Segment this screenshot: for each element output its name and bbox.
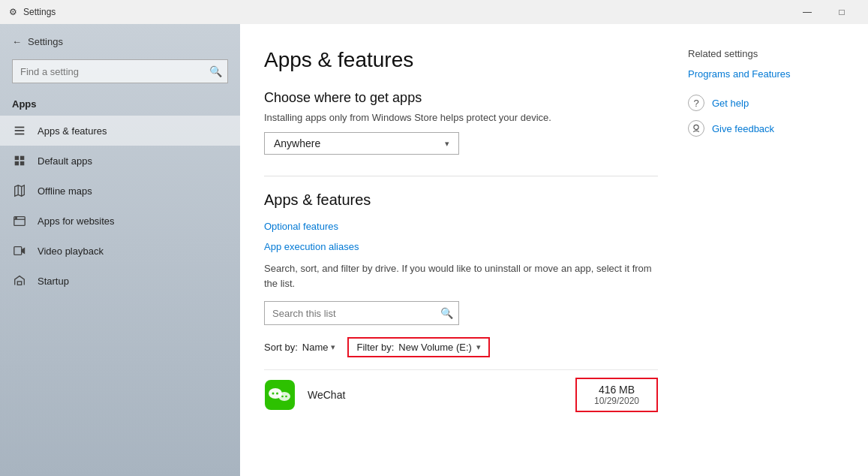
minimize-button[interactable]: — <box>790 0 824 24</box>
titlebar: ⚙ Settings — □ <box>0 0 868 24</box>
sidebar-item-label: Startup <box>38 276 69 287</box>
filter-chevron-icon: ▾ <box>476 342 481 352</box>
svg-point-19 <box>276 393 278 395</box>
startup-icon <box>12 273 27 288</box>
grid-icon <box>12 153 27 168</box>
app-date: 10/29/2020 <box>586 396 647 406</box>
svg-point-18 <box>272 393 275 395</box>
give-feedback-link[interactable]: Give feedback <box>712 123 774 134</box>
app-execution-aliases-link[interactable]: App execution aliases <box>264 241 658 252</box>
back-arrow-icon: ← <box>12 36 22 47</box>
svg-point-21 <box>281 396 284 398</box>
svg-rect-5 <box>15 161 19 165</box>
svg-rect-6 <box>20 161 24 165</box>
list-icon <box>12 123 27 138</box>
back-label: Settings <box>28 36 63 47</box>
sidebar-item-label: Apps for websites <box>38 215 115 227</box>
titlebar-icon: ⚙ <box>9 7 17 17</box>
sidebar-search-icon: 🔍 <box>209 65 222 77</box>
sidebar-item-label: Apps & features <box>38 125 107 137</box>
app-icon-wechat <box>264 379 296 411</box>
choose-heading: Choose where to get apps <box>264 90 658 106</box>
sidebar: ← Settings 🔍 Apps Apps & features Defaul… <box>0 24 240 476</box>
sort-by: Sort by: Name ▾ <box>264 342 335 353</box>
content-main: Apps & features Choose where to get apps… <box>264 48 658 452</box>
related-settings: Related settings Programs and Features ?… <box>688 48 838 452</box>
choose-description: Installing apps only from Windows Store … <box>264 112 658 123</box>
sidebar-item-apps-websites[interactable]: Apps for websites <box>0 206 240 236</box>
app-list-item[interactable]: WeChat 416 MB 10/29/2020 <box>264 369 658 420</box>
sort-label: Sort by: <box>264 342 298 353</box>
filter-description: Search, sort, and filter by drive. If yo… <box>264 261 658 291</box>
titlebar-controls: — □ <box>790 0 859 24</box>
filter-value: New Volume (E:) <box>398 342 472 353</box>
svg-rect-2 <box>15 134 25 135</box>
search-list-icon: 🔍 <box>440 307 453 319</box>
svg-point-20 <box>278 392 290 401</box>
app-size: 416 MB <box>586 384 647 396</box>
titlebar-left: ⚙ Settings <box>9 7 56 17</box>
sidebar-item-startup[interactable]: Startup <box>0 266 240 296</box>
svg-marker-7 <box>15 185 25 196</box>
apps-features-heading: Apps & features <box>264 191 658 209</box>
app-meta: 416 MB 10/29/2020 <box>575 378 658 412</box>
anywhere-value: Anywhere <box>274 137 320 149</box>
chevron-down-icon: ▾ <box>445 139 449 149</box>
filter-label: Filter by: <box>356 342 394 353</box>
map-icon <box>12 183 27 198</box>
section-divider <box>264 176 658 176</box>
svg-rect-1 <box>15 130 25 131</box>
give-feedback-icon <box>688 120 704 137</box>
filter-by-dropdown[interactable]: Filter by: New Volume (E:) ▾ <box>347 337 489 357</box>
give-feedback-item: Give feedback <box>688 120 838 137</box>
sort-chevron-icon: ▾ <box>331 342 335 352</box>
svg-rect-15 <box>17 282 21 285</box>
get-help-link[interactable]: Get help <box>712 98 749 109</box>
main-layout: ← Settings 🔍 Apps Apps & features Defaul… <box>0 24 868 476</box>
anywhere-dropdown[interactable]: Anywhere ▾ <box>264 132 459 155</box>
back-button[interactable]: ← Settings <box>0 30 240 53</box>
sidebar-item-label: Video playback <box>38 246 104 257</box>
sort-filter-row: Sort by: Name ▾ Filter by: New Volume (E… <box>264 337 658 357</box>
svg-point-23 <box>694 125 698 129</box>
video-icon <box>12 243 27 258</box>
search-list-input[interactable] <box>264 301 459 325</box>
page-title: Apps & features <box>264 48 658 72</box>
sidebar-item-label: Offline maps <box>38 185 92 197</box>
svg-rect-0 <box>15 127 25 128</box>
titlebar-title: Settings <box>23 7 56 17</box>
content-area: Apps & features Choose where to get apps… <box>240 24 868 476</box>
maximize-button[interactable]: □ <box>824 0 859 24</box>
search-list-wrap: 🔍 <box>264 301 658 325</box>
svg-point-22 <box>285 396 287 398</box>
get-help-item: ? Get help <box>688 95 838 111</box>
svg-rect-13 <box>14 247 22 255</box>
sidebar-search-input[interactable] <box>12 59 228 83</box>
sidebar-item-apps-features[interactable]: Apps & features <box>0 116 240 146</box>
sidebar-item-video-playback[interactable]: Video playback <box>0 236 240 266</box>
get-help-icon: ? <box>688 95 704 111</box>
sidebar-item-offline-maps[interactable]: Offline maps <box>0 176 240 206</box>
browser-icon <box>12 213 27 228</box>
sort-name-button[interactable]: Name ▾ <box>302 342 336 353</box>
svg-rect-4 <box>20 156 24 160</box>
svg-rect-3 <box>15 156 19 160</box>
related-heading: Related settings <box>688 48 838 59</box>
sidebar-item-default-apps[interactable]: Default apps <box>0 146 240 176</box>
programs-features-link[interactable]: Programs and Features <box>688 68 838 80</box>
svg-point-12 <box>16 218 17 219</box>
sidebar-item-label: Default apps <box>38 155 92 167</box>
optional-features-link[interactable]: Optional features <box>264 221 658 232</box>
sidebar-search-wrap: 🔍 <box>12 59 228 83</box>
app-name: WeChat <box>308 389 575 401</box>
sidebar-section-label: Apps <box>0 95 240 116</box>
